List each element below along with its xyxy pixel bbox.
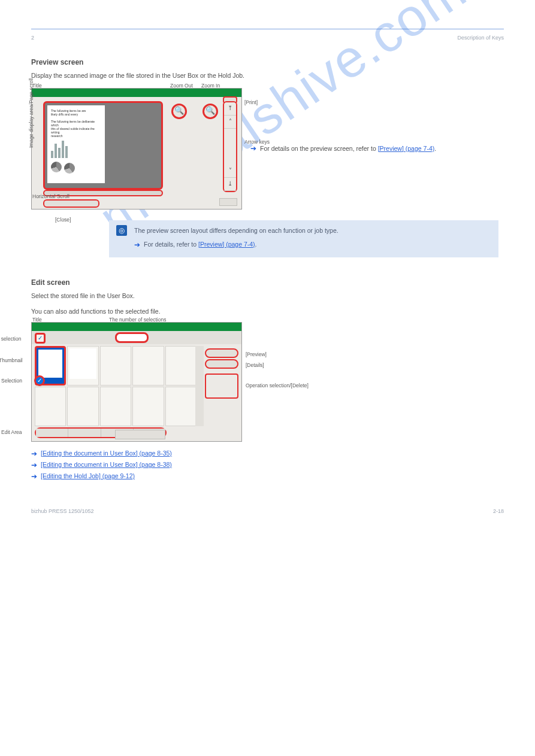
- callout-e-sel: Selection: [1, 377, 22, 384]
- ref-link-3[interactable]: [Editing the Hold Job] (page 9-12): [41, 472, 135, 481]
- preview-canvas: The following items be arelikely diffu a…: [43, 101, 163, 190]
- callout-e-title: Title: [32, 316, 42, 323]
- edit-heading: Edit screen: [31, 278, 504, 288]
- arrow-icon: ➔: [134, 241, 140, 248]
- preview-ok: [219, 198, 237, 206]
- ref-link-1[interactable]: [Editing the document in User Box] (page…: [41, 449, 172, 458]
- callout-e-allsel: All selection: [0, 335, 21, 342]
- preview-close: [43, 199, 99, 208]
- selection-count: [115, 332, 149, 343]
- zoom-out-icon: 🔍: [171, 104, 187, 119]
- all-select-checkbox: ✓: [35, 333, 46, 344]
- preview-side-link[interactable]: [Preview] (page 7-4): [378, 145, 435, 152]
- arrow-icon: ➔: [250, 145, 256, 152]
- preview-screenshot: The following items be arelikely diffu a…: [31, 88, 242, 210]
- info-line1: The preview screen layout differs depend…: [134, 226, 490, 235]
- callout-e-prev: [Preview]: [246, 351, 267, 358]
- zoom-in-icon: 🔍: [202, 104, 218, 119]
- info-line2-link[interactable]: [Preview] (page 7-4): [198, 241, 255, 248]
- check-icon: ✓: [34, 375, 45, 386]
- page-header: 2 Description of Keys: [31, 34, 504, 42]
- callout-e-count: The number of selections: [109, 316, 166, 323]
- arrow-icon: ➔: [31, 462, 37, 469]
- preview-side-text: For details on the preview screen, refer…: [260, 145, 376, 152]
- edit-start: [115, 430, 165, 439]
- callout-e-thumb: Thumbnail: [0, 357, 23, 364]
- reference-list: ➔[Editing the document in User Box] (pag…: [31, 449, 504, 481]
- preview-pager: ⤒ ˄ ˅ ⤓: [223, 101, 237, 192]
- page-footer: bizhub PRESS 1250/1052 2-18: [31, 508, 504, 515]
- arrow-icon: ➔: [31, 473, 37, 480]
- footer-page: 2-18: [493, 508, 504, 515]
- thumbnail-selected: ✓: [35, 346, 66, 385]
- callout-e-edit: Edit Area: [1, 429, 22, 436]
- chapter-number: 2: [31, 34, 34, 42]
- callout-zoomout: Zoom Out: [170, 82, 193, 89]
- edit-details-btn: [205, 359, 238, 369]
- edit-lead-b: You can also add functions to the select…: [31, 307, 486, 316]
- callout-canvas: Image display area/Page scroll: [28, 78, 35, 147]
- ref-link-2[interactable]: [Editing the document in User Box] (page…: [41, 460, 172, 469]
- chapter-title: Description of Keys: [457, 34, 504, 42]
- edit-delete-area: [205, 374, 238, 399]
- callout-close: [Close]: [55, 216, 71, 223]
- callout-e-del: Operation selection/[Delete]: [246, 382, 312, 389]
- callout-pager: Arrow keys: [244, 138, 270, 145]
- callout-print: [Print]: [244, 99, 258, 106]
- info-icon: ◎: [116, 225, 127, 236]
- callout-e-det: [Details]: [246, 362, 264, 369]
- footer-model: bizhub PRESS 1250/1052: [31, 508, 94, 515]
- preview-lead: Display the scanned image or the file st…: [31, 71, 486, 80]
- edit-screenshot: ✓ ✓ Title The number of selections All s…: [31, 322, 242, 442]
- info-note: ◎ The preview screen layout differs depe…: [109, 220, 498, 257]
- arrow-icon: ➔: [31, 450, 37, 457]
- callout-zoomin: Zoom In: [201, 82, 220, 89]
- callout-hscroll: Horizontal Scroll: [32, 193, 69, 200]
- preview-heading: Preview screen: [31, 57, 504, 68]
- edit-preview-btn: [205, 348, 238, 358]
- info-line2-pre: For details, refer to: [144, 241, 198, 248]
- edit-lead-a: Select the stored file in the User Box.: [31, 292, 486, 300]
